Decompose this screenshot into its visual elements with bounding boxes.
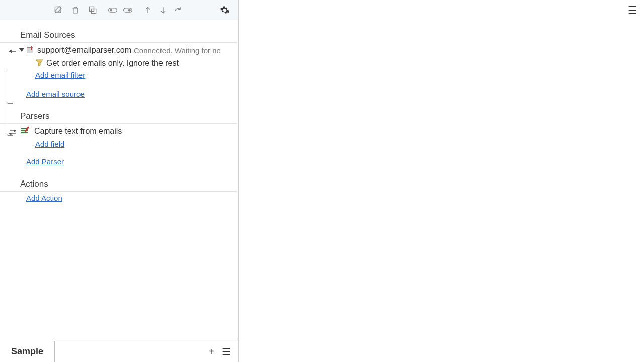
add-field-row: Add field (0, 139, 238, 149)
parser-row[interactable]: Capture text from emails (0, 126, 238, 137)
svg-point-4 (110, 9, 112, 11)
email-filter-label: Get order emails only. Ignore the rest (46, 59, 179, 68)
app-root: Email Sources support@emailparser.com - … (0, 0, 644, 362)
tab-sample[interactable]: Sample (0, 341, 55, 362)
toolbar (0, 0, 238, 20)
add-action-row: Add Action (0, 193, 238, 203)
add-action-link[interactable]: Add Action (26, 194, 62, 202)
parser-icon (21, 127, 31, 135)
email-filter-row[interactable]: Get order emails only. Ignore the rest (0, 58, 238, 69)
copy-icon[interactable] (88, 5, 98, 15)
section-email-sources: Email Sources (0, 28, 237, 43)
arrow-up-icon[interactable] (143, 5, 153, 15)
svg-marker-8 (9, 50, 12, 53)
email-source-status: Connected. Waiting for ne (134, 46, 221, 55)
tab-tools: + ☰ (209, 341, 238, 362)
add-tab-icon[interactable]: + (209, 346, 215, 357)
chevron-down-icon[interactable] (19, 48, 24, 52)
section-title: Actions (20, 179, 48, 189)
left-panel: Email Sources support@emailparser.com - … (0, 0, 239, 362)
add-parser-row: Add Parser (0, 156, 238, 167)
arrow-down-icon[interactable] (158, 5, 168, 15)
svg-rect-5 (124, 8, 132, 12)
flow-arrow-icon (9, 47, 17, 54)
sort-group (143, 5, 183, 15)
gear-icon[interactable] (220, 5, 230, 15)
edit-icon[interactable] (53, 5, 63, 15)
add-parser-link[interactable]: Add Parser (26, 157, 64, 166)
svg-marker-10 (14, 130, 16, 132)
tree-view: Email Sources support@emailparser.com - … (0, 20, 238, 341)
tab-label: Sample (11, 346, 43, 357)
add-email-source-row: Add email source (0, 88, 238, 99)
add-email-source-link[interactable]: Add email source (26, 89, 85, 98)
filter-icon (35, 59, 44, 68)
parser-label: Capture text from emails (34, 127, 122, 136)
add-field-link[interactable]: Add field (35, 140, 64, 148)
toggle-icon[interactable] (108, 5, 118, 15)
toggle-link-icon[interactable] (123, 5, 133, 15)
section-actions: Actions (0, 177, 237, 192)
svg-point-6 (128, 9, 131, 11)
mailbox-icon (26, 46, 35, 55)
svg-marker-12 (9, 133, 11, 135)
email-source-address: support@emailparser.com (37, 46, 131, 55)
right-panel: ☰ (239, 0, 644, 362)
redo-arrow-icon[interactable] (173, 5, 183, 15)
tab-strip: Sample + ☰ (0, 341, 238, 362)
section-parsers: Parsers (0, 109, 237, 124)
tab-menu-icon[interactable]: ☰ (222, 346, 231, 358)
trash-icon[interactable] (70, 5, 80, 15)
flow-arrow-icon (9, 128, 17, 135)
add-email-filter-link[interactable]: Add email filter (35, 71, 85, 79)
hamburger-icon[interactable]: ☰ (628, 4, 637, 16)
toggle-group (108, 5, 133, 15)
section-title: Parsers (20, 111, 50, 121)
section-title: Email Sources (20, 30, 75, 40)
email-source-row[interactable]: support@emailparser.com - Connected. Wai… (0, 45, 238, 56)
add-email-filter-row: Add email filter (0, 70, 238, 80)
